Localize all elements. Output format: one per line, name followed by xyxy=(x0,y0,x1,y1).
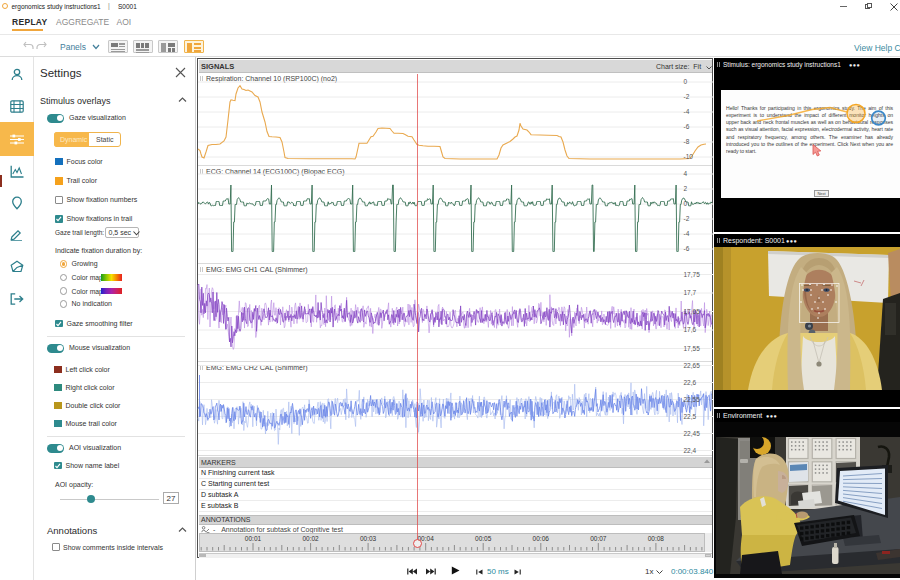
svg-text:00:08: 00:08 xyxy=(648,535,665,542)
svg-text:00:01: 00:01 xyxy=(245,535,262,542)
svg-text:00:02: 00:02 xyxy=(302,535,319,542)
svg-text:00:07: 00:07 xyxy=(590,535,607,542)
svg-text:00:03: 00:03 xyxy=(360,535,377,542)
svg-text:00:06: 00:06 xyxy=(533,535,550,542)
svg-text:00:05: 00:05 xyxy=(475,535,492,542)
